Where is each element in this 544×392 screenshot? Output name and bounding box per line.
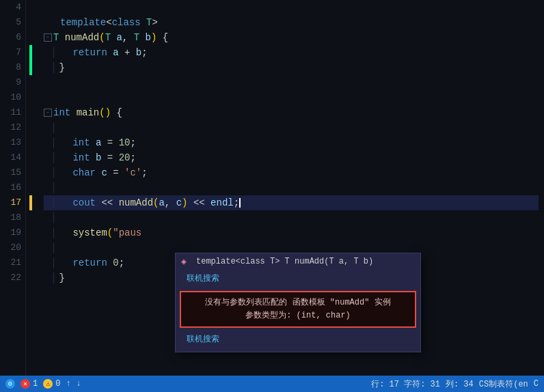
code-line-19: │ system("paus — [44, 225, 539, 240]
gutter — [26, 0, 38, 376]
code-line-6: - T numAdd(T a, T b) { — [44, 30, 539, 45]
code-line-10 — [44, 90, 539, 105]
code-line-18: │ — [44, 210, 539, 225]
language-indicator: C — [534, 379, 539, 389]
encoding-info: CS制表符(en — [479, 378, 528, 390]
line-num-12: 12 — [4, 120, 21, 135]
line-num-22: 22 — [4, 270, 21, 285]
gutter-mark-8 — [29, 60, 32, 75]
error-line-1: 没有与参数列表匹配的 函数模板 "numAdd" 实例 — [188, 296, 408, 309]
arrow-up-button[interactable]: ↑ — [66, 379, 70, 389]
editor-container: 4 5 6 7 8 9 10 11 12 13 14 15 16 17 18 1… — [0, 0, 544, 392]
line-num-5: 5 — [4, 15, 21, 30]
code-line-12: │ — [44, 120, 539, 135]
cursor-col: 列: 34 — [446, 378, 474, 390]
gutter-mark-7 — [29, 45, 32, 60]
code-line-4 — [44, 0, 539, 15]
code-line-7: │ return a + b; — [44, 45, 539, 60]
code-line-14: │ int b = 20; — [44, 150, 539, 165]
line-num-10: 10 — [4, 90, 21, 105]
error-count: 1 — [33, 379, 38, 389]
line-num-16: 16 — [4, 180, 21, 195]
code-line-15: │ char c = 'c'; — [44, 165, 539, 180]
warning-icon: ⚠ — [43, 379, 53, 389]
line-num-21: 21 — [4, 255, 21, 270]
text-cursor — [239, 198, 241, 208]
code-line-5: template<class T> — [44, 15, 539, 30]
line-num-13: 13 — [4, 135, 21, 150]
line-num-4: 4 — [4, 0, 21, 15]
line-num-17: 17 — [4, 195, 21, 210]
error-line-2: 参数类型为: (int, char) — [188, 309, 408, 322]
line-num-14: 14 — [4, 150, 21, 165]
ac-link-2-container: 联机搜索 — [176, 329, 420, 352]
status-warnings: ⚠ 0 — [43, 379, 60, 389]
cursor-position: 行: 17 字符: 31 — [371, 378, 440, 390]
ac-link-1-container: 联机搜索 — [176, 270, 420, 290]
line-num-18: 18 — [4, 210, 21, 225]
ac-link-2[interactable]: 联机搜索 — [181, 332, 415, 348]
arrow-down-button[interactable]: ↓ — [77, 379, 81, 389]
line-num-19: 19 — [4, 225, 21, 240]
line-num-6: 6 — [4, 30, 21, 45]
code-line-9 — [44, 75, 539, 90]
status-icon-settings: ⚙ — [5, 379, 15, 389]
autocomplete-popup[interactable]: ◈ template<class T> T numAdd(T a, T b) 联… — [175, 253, 421, 352]
code-line-16: │ — [44, 180, 539, 195]
code-content[interactable]: template<class T> - T numAdd(T a, T b) {… — [38, 0, 544, 376]
line-num-11: 11 — [4, 105, 21, 120]
error-box: 没有与参数列表匹配的 函数模板 "numAdd" 实例 参数类型为: (int,… — [180, 291, 416, 328]
code-line-11: - int main() { — [44, 105, 539, 120]
template-icon: ◈ — [181, 256, 192, 267]
line-num-9: 9 — [4, 75, 21, 90]
error-icon: ✕ — [21, 379, 30, 389]
code-line-17: │ cout << numAdd(a, c) << endl; — [44, 195, 539, 210]
status-errors: ✕ 1 — [21, 379, 38, 389]
status-bar: ⚙ ✕ 1 ⚠ 0 ↑ ↓ 行: 17 字符: 31 列: 34 CS制表符(e… — [0, 376, 544, 392]
keyword-template: template — [60, 15, 106, 30]
gutter-mark-17 — [29, 195, 32, 210]
line-num-8: 8 — [4, 60, 21, 75]
fold-indicator-11[interactable]: - — [44, 109, 52, 117]
line-num-15: 15 — [4, 165, 21, 180]
code-area: 4 5 6 7 8 9 10 11 12 13 14 15 16 17 18 1… — [0, 0, 544, 376]
code-line-13: │ int a = 10; — [44, 135, 539, 150]
autocomplete-item-text: template<class T> T numAdd(T a, T b) — [196, 257, 373, 266]
ac-link-1[interactable]: 联机搜索 — [181, 271, 415, 287]
warning-count: 0 — [55, 379, 60, 389]
autocomplete-item[interactable]: ◈ template<class T> T numAdd(T a, T b) — [176, 253, 420, 270]
line-numbers: 4 5 6 7 8 9 10 11 12 13 14 15 16 17 18 1… — [0, 0, 26, 376]
code-line-8: │ } — [44, 60, 539, 75]
fold-indicator-6[interactable]: - — [44, 33, 52, 42]
line-num-20: 20 — [4, 240, 21, 255]
line-num-7: 7 — [4, 45, 21, 60]
